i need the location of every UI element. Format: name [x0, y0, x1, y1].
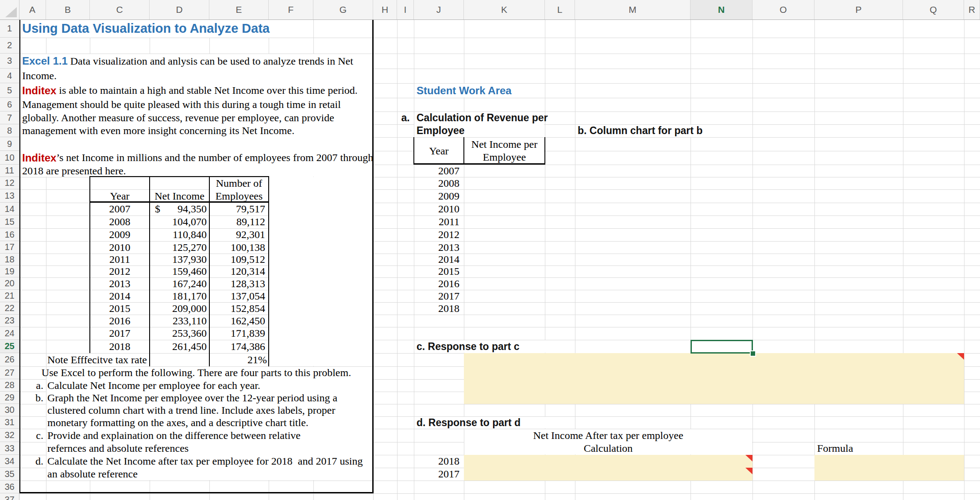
data-table-year-cell[interactable]: 2014 — [90, 290, 150, 302]
row-header-8[interactable]: 8 — [0, 124, 19, 137]
after-tax-year-2018[interactable]: 2018 — [414, 455, 459, 468]
calc-table-year-cell[interactable]: 2008 — [414, 177, 459, 189]
task-c-label[interactable]: c. — [19, 429, 43, 442]
row-header-25[interactable]: 25 — [0, 340, 19, 353]
row-header-22[interactable]: 22 — [0, 302, 19, 315]
row-header-29[interactable]: 29 — [0, 392, 19, 404]
data-table-employees-cell[interactable]: 92,301 — [209, 228, 265, 241]
data-table-income-cell[interactable]: 261,450 — [150, 340, 207, 353]
calc-table-year-cell[interactable]: 2011 — [414, 215, 459, 228]
exercise-intro-line2[interactable]: Income. — [22, 69, 57, 83]
data-table-employees-cell[interactable]: 89,112 — [209, 215, 265, 228]
data-table-year-cell[interactable]: 2017 — [90, 327, 150, 340]
row-header-16[interactable]: 16 — [0, 228, 19, 241]
data-table-income-cell[interactable]: 233,110 — [150, 315, 207, 327]
data-table-year-cell[interactable]: 2007 — [90, 203, 150, 215]
column-header-J[interactable]: J — [414, 0, 464, 19]
row-header-28[interactable]: 28 — [0, 379, 19, 392]
row-header-11[interactable]: 11 — [0, 165, 19, 177]
para1-line2[interactable]: Management should be quite pleased with … — [22, 98, 341, 112]
row-header-30[interactable]: 30 — [0, 404, 19, 416]
calc-table-year-cell[interactable]: 2015 — [414, 265, 459, 277]
task-d-line2[interactable]: an absolute reference — [47, 468, 138, 481]
part-a-label[interactable]: a. — [397, 112, 414, 124]
data-table-income-cell[interactable]: 104,070 — [150, 215, 207, 228]
row-header-27[interactable]: 27 — [0, 366, 19, 379]
column-header-L[interactable]: L — [545, 0, 575, 19]
data-table-year-cell[interactable]: 2009 — [90, 228, 150, 241]
student-work-area-heading[interactable]: Student Work Area — [417, 83, 512, 98]
data-table-income-cell[interactable]: 159,460 — [150, 265, 207, 277]
data-table-employees-cell[interactable]: 162,450 — [209, 315, 265, 327]
column-header-B[interactable]: B — [46, 0, 90, 19]
row-header-34[interactable]: 34 — [0, 455, 19, 468]
data-table-employees-cell[interactable]: 171,839 — [209, 327, 265, 340]
column-header-I[interactable]: I — [397, 0, 414, 19]
calc-table-year-cell[interactable]: 2016 — [414, 277, 459, 290]
data-table-year-cell[interactable]: 2018 — [90, 340, 150, 353]
row-header-14[interactable]: 14 — [0, 203, 19, 215]
data-table-income-cell[interactable]: 209,000 — [150, 302, 207, 315]
data-table-year-cell[interactable]: 2016 — [90, 315, 150, 327]
calc-table-year-cell[interactable]: 2007 — [414, 165, 459, 177]
data-table-year-cell[interactable]: 2008 — [90, 215, 150, 228]
instructions-heading[interactable]: Use Excel to perform the following. Ther… — [19, 366, 373, 379]
column-header-Q[interactable]: Q — [903, 0, 964, 19]
calculation-header[interactable]: Calculation — [464, 442, 752, 455]
calc-table-year-cell[interactable]: 2018 — [414, 302, 459, 315]
data-table-year-cell[interactable]: 2010 — [90, 241, 150, 254]
year-column-header[interactable]: Year — [90, 189, 150, 203]
column-header-E[interactable]: E — [209, 0, 269, 19]
row-header-9[interactable]: 9 — [0, 137, 19, 151]
part-c-title[interactable]: c. Response to part c — [417, 340, 520, 353]
data-table-income-cell[interactable]: 167,240 — [150, 277, 207, 290]
column-header-R[interactable]: R — [964, 0, 980, 19]
data-table-year-cell[interactable]: 2015 — [90, 302, 150, 315]
row-header-26[interactable]: 26 — [0, 353, 19, 366]
column-header-P[interactable]: P — [814, 0, 903, 19]
data-table-employees-cell[interactable]: 120,314 — [209, 265, 265, 277]
data-table-employees-cell[interactable]: 128,313 — [209, 277, 265, 290]
after-tax-year-2017[interactable]: 2017 — [414, 468, 459, 481]
task-b-label[interactable]: b. — [19, 392, 43, 404]
data-table-income-cell[interactable]: 137,930 — [150, 254, 207, 265]
data-table-employees-cell[interactable]: 152,854 — [209, 302, 265, 315]
data-table-employees-cell[interactable]: 79,517 — [209, 203, 265, 215]
row-header-6[interactable]: 6 — [0, 98, 19, 112]
part-b-title[interactable]: b. Column chart for part b — [578, 124, 702, 137]
data-table-year-cell[interactable]: 2012 — [90, 265, 150, 277]
data-table-income-cell[interactable]: 110,840 — [150, 228, 207, 241]
calculation-input-area[interactable] — [464, 455, 752, 481]
row-header-35[interactable]: 35 — [0, 468, 19, 481]
column-header-H[interactable]: H — [373, 0, 397, 19]
column-header-K[interactable]: K — [464, 0, 545, 19]
row-header-5[interactable]: 5 — [0, 83, 19, 98]
fill-handle[interactable] — [750, 350, 756, 357]
row-header-12[interactable]: 12 — [0, 177, 19, 189]
task-b-line3[interactable]: monetary formatting on the axes, and a d… — [47, 416, 309, 429]
calc-value-header[interactable]: Net Income per Employee — [464, 137, 545, 165]
data-table-employees-cell[interactable]: 109,512 — [209, 254, 265, 265]
calc-table-year-cell[interactable]: 2012 — [414, 228, 459, 241]
part-d-title[interactable]: d. Response to part d — [417, 416, 521, 429]
response-c-input-area[interactable] — [464, 353, 964, 404]
part-a-title-line1[interactable]: Calculation of Revenue per — [417, 112, 548, 124]
tax-rate-value[interactable]: 21% — [209, 353, 267, 366]
calc-table-year-cell[interactable]: 2010 — [414, 203, 459, 215]
row-header-31[interactable]: 31 — [0, 416, 19, 429]
task-c-line2[interactable]: refernces and absolute references — [47, 442, 189, 455]
calc-table-year-cell[interactable]: 2013 — [414, 241, 459, 254]
row-header-24[interactable]: 24 — [0, 327, 19, 340]
task-b-line1[interactable]: Graph the Net Income per employee over t… — [47, 392, 337, 404]
row-header-21[interactable]: 21 — [0, 290, 19, 302]
tax-rate-note[interactable]: Note Efffecitve tax rate — [47, 353, 147, 366]
para1-line3[interactable]: globally. Another measure of success, re… — [22, 112, 334, 124]
part-a-title-line2[interactable]: Employee — [417, 124, 465, 137]
column-header-M[interactable]: M — [575, 0, 691, 19]
task-d-label[interactable]: d. — [19, 455, 43, 468]
formula-header[interactable]: Formula — [817, 442, 853, 455]
calc-table-year-cell[interactable]: 2014 — [414, 254, 459, 265]
row-header-23[interactable]: 23 — [0, 315, 19, 327]
column-header-A[interactable]: A — [19, 0, 46, 19]
data-table-income-cell[interactable]: $94,350 — [150, 203, 207, 215]
